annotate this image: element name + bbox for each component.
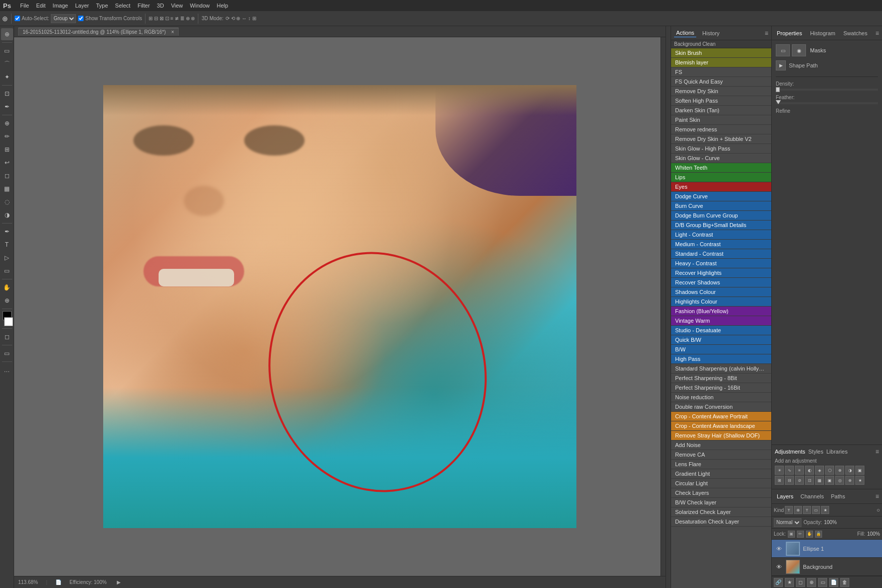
screen-mode-btn[interactable]: ▭ — [1, 347, 13, 359]
type-tool[interactable]: T — [1, 239, 13, 251]
adj-channel-mix-icon[interactable]: ⊞ — [775, 476, 784, 485]
menu-window[interactable]: Window — [190, 3, 209, 9]
adj-hsl-icon[interactable]: ⬡ — [825, 466, 834, 475]
crop-tool[interactable]: ⊡ — [1, 88, 13, 100]
menu-filter[interactable]: Filter — [137, 3, 150, 9]
new-layer-btn[interactable]: 📄 — [829, 578, 838, 587]
eraser-tool[interactable]: ◻ — [1, 170, 13, 182]
mask-vector-icon[interactable]: ◉ — [792, 44, 806, 56]
action-item-skin-glow-curve[interactable]: Skin Glow - Curve — [671, 154, 771, 163]
move-tool-icon[interactable]: ⊕ — [2, 15, 8, 23]
healing-brush-tool[interactable]: ⊕ — [1, 117, 13, 129]
canvas-scrollbar-v[interactable] — [660, 37, 666, 576]
action-item-soften-high-pass[interactable]: Soften High Pass — [671, 96, 771, 106]
adj-levels-icon[interactable]: ≡ — [795, 466, 804, 475]
blend-mode-select[interactable]: Normal — [774, 518, 801, 527]
layer-visibility-ellipse[interactable]: 👁 — [775, 545, 783, 553]
action-item-recover-highlights[interactable]: Recover Highlights — [671, 268, 771, 278]
paths-tab[interactable]: Paths — [829, 492, 847, 500]
action-item-quick-bw[interactable]: Quick B/W — [671, 335, 771, 345]
zoom-tool[interactable]: ⊕ — [1, 295, 13, 307]
action-item-burn-curve[interactable]: Burn Curve — [671, 201, 771, 211]
actions-list[interactable]: Skin Brush Blemish layer FS FS Quick And… — [671, 48, 771, 588]
menu-file[interactable]: File — [20, 3, 29, 9]
action-item-high-pass[interactable]: High Pass — [671, 354, 771, 364]
pen-tool[interactable]: ✒ — [1, 226, 13, 238]
action-item-solarized-check[interactable]: Solarized Check Layer — [671, 507, 771, 517]
adj-colorlookup-icon[interactable]: ⊟ — [785, 476, 794, 485]
extra-tools-btn[interactable]: … — [1, 364, 13, 376]
lock-position-btn[interactable]: ✋ — [806, 531, 813, 538]
adj-threshold-icon[interactable]: ▦ — [815, 476, 824, 485]
action-item-perfect-sharpen-16[interactable]: Perfect Sharpening - 16Bit — [671, 383, 771, 393]
menu-type[interactable]: Type — [96, 3, 108, 9]
action-item-darken-skin[interactable]: Darken Skin (Tan) — [671, 106, 771, 115]
canvas-tab-active[interactable]: 16-20151025-113012-untitled.dng @ 114% (… — [18, 28, 179, 36]
adj-colorbalance-icon[interactable]: ⊕ — [835, 466, 844, 475]
opacity-value[interactable]: 100% — [824, 520, 839, 525]
adj-filter-icon[interactable]: ▣ — [855, 466, 864, 475]
filter-text-btn[interactable]: T — [803, 506, 811, 514]
adj-hdr-icon[interactable]: ★ — [855, 476, 864, 485]
hand-tool[interactable]: ✋ — [1, 281, 13, 293]
filter-adjust-btn[interactable]: ⊕ — [794, 506, 802, 514]
swatches-tab[interactable]: Swatches — [841, 29, 869, 37]
feather-thumb[interactable] — [776, 100, 781, 104]
channels-tab[interactable]: Channels — [798, 492, 826, 500]
layer-row-ellipse[interactable]: 👁 Ellipse 1 — [772, 540, 882, 558]
marquee-tool[interactable]: ▭ — [1, 45, 13, 57]
action-item-lens-flare[interactable]: Lens Flare — [671, 460, 771, 469]
menu-layer[interactable]: Layer — [75, 3, 89, 9]
lock-transparent-btn[interactable]: ▣ — [788, 531, 795, 538]
action-item-eyes[interactable]: Eyes — [671, 182, 771, 192]
action-item-lips[interactable]: Lips — [671, 173, 771, 182]
shape-path-expand-btn[interactable]: ▶ — [776, 60, 786, 70]
action-item-std-sharpen[interactable]: Standard Sharpening (calvin Hollywood) — [671, 364, 771, 374]
adj-menu-btn[interactable]: ≡ — [875, 448, 879, 455]
actions-tab[interactable]: Actions — [674, 29, 696, 37]
action-item-skin-glow-hp[interactable]: Skin Glow - High Pass — [671, 144, 771, 154]
menu-image[interactable]: Image — [53, 3, 68, 9]
action-item-remove-stray-hair[interactable]: Remove Stray Hair (Shallow DOF) — [671, 431, 771, 440]
adj-vibrance-icon[interactable]: ◈ — [815, 466, 824, 475]
density-slider[interactable] — [776, 89, 878, 91]
adjustments-tab[interactable]: Adjustments — [775, 449, 805, 455]
adj-shadow-hl-icon[interactable]: ⊕ — [845, 476, 854, 485]
action-item-whiten-teeth[interactable]: Whiten Teeth — [671, 163, 771, 173]
menu-select[interactable]: Select — [115, 3, 131, 9]
add-style-btn[interactable]: ★ — [785, 578, 794, 587]
quick-select-tool[interactable]: ✦ — [1, 71, 13, 83]
styles-tab[interactable]: Styles — [808, 449, 824, 455]
adj-exposure-icon[interactable]: ◐ — [805, 466, 814, 475]
action-item-double-raw[interactable]: Double raw Conversion — [671, 402, 771, 412]
move-tool[interactable]: ⊕ — [1, 28, 13, 40]
shape-tool[interactable]: ▭ — [1, 265, 13, 277]
background-color[interactable] — [4, 317, 13, 326]
lasso-tool[interactable]: ⌒ — [1, 58, 13, 70]
eyedropper-tool[interactable]: ✒ — [1, 101, 13, 113]
action-item-light-contrast[interactable]: Light - Contrast — [671, 230, 771, 240]
adj-bw-icon[interactable]: ◑ — [845, 466, 854, 475]
path-select-tool[interactable]: ▷ — [1, 252, 13, 264]
layer-row-background[interactable]: 👁 Background — [772, 558, 882, 576]
adj-brightness-icon[interactable]: ☀ — [775, 466, 784, 475]
action-item-skin-brush[interactable]: Skin Brush — [671, 48, 771, 58]
action-item-studio-desat[interactable]: Studio - Desatuate — [671, 326, 771, 335]
blur-tool[interactable]: ◌ — [1, 196, 13, 208]
histogram-tab[interactable]: Histogram — [808, 29, 837, 37]
action-item-standard-contrast[interactable]: Standard - Contrast — [671, 249, 771, 259]
action-item-shadows-colour[interactable]: Shadows Colour — [671, 287, 771, 297]
action-item-add-noise[interactable]: Add Noise — [671, 440, 771, 450]
link-layers-btn[interactable]: 🔗 — [774, 578, 783, 587]
action-item-fashion[interactable]: Fashion (Blue/Yellow) — [671, 307, 771, 316]
action-item-crop-landscape[interactable]: Crop - Content Aware landscape — [671, 421, 771, 431]
action-item-remove-redness[interactable]: Remove redness — [671, 125, 771, 134]
menu-edit[interactable]: Edit — [36, 3, 46, 9]
density-thumb[interactable] — [776, 87, 780, 92]
delete-layer-btn[interactable]: 🗑 — [840, 578, 849, 587]
brush-tool[interactable]: ✏ — [1, 130, 13, 142]
action-item-vintage-warm[interactable]: Vintage Warm — [671, 316, 771, 326]
new-group-btn[interactable]: ▭ — [818, 578, 827, 587]
lock-all-btn[interactable]: 🔒 — [815, 531, 822, 538]
adj-gradmap-icon[interactable]: ▣ — [825, 476, 834, 485]
